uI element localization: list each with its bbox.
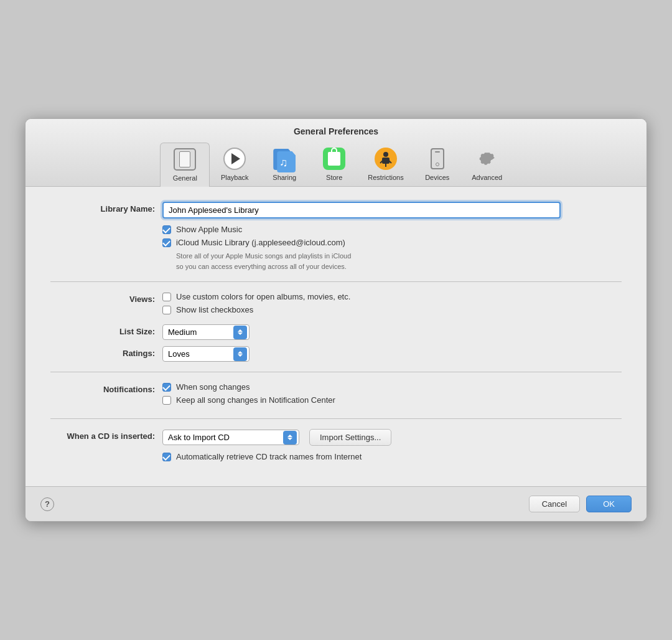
tab-devices[interactable]: Devices: [413, 143, 462, 186]
show-apple-music-label: Show Apple Music: [176, 225, 242, 234]
sharing-icon: ♫: [272, 146, 297, 171]
footer: ? Cancel OK: [26, 486, 646, 521]
divider-2: [50, 372, 622, 372]
tab-general[interactable]: General: [160, 143, 210, 187]
content-area: Library Name: Show Apple Music iCloud Mu…: [26, 187, 646, 486]
auto-retrieve-row: Automatically retrieve CD track names fr…: [162, 452, 622, 461]
tab-restrictions[interactable]: Restrictions: [359, 143, 412, 186]
icloud-description: Store all of your Apple Music songs and …: [176, 251, 622, 271]
auto-retrieve-checkbox[interactable]: [162, 453, 171, 461]
window-title: General Preferences: [26, 126, 646, 136]
when-song-changes-label: When song changes: [176, 382, 250, 392]
when-song-changes-row: When song changes: [162, 382, 622, 392]
devices-icon: [425, 146, 450, 171]
cd-inserted-label: When a CD is inserted:: [50, 429, 162, 441]
preferences-window: General Preferences General Playback: [25, 118, 647, 522]
icloud-music-label: iCloud Music Library (j.appleseed@icloud…: [176, 238, 345, 247]
tab-sharing[interactable]: ♫ Sharing: [259, 143, 309, 186]
keep-song-changes-label: Keep all song changes in Notification Ce…: [176, 395, 335, 405]
help-button[interactable]: ?: [40, 497, 54, 511]
custom-colors-checkbox[interactable]: [162, 293, 171, 301]
svg-point-1: [383, 152, 388, 157]
list-size-select-wrapper: Small Medium Large: [162, 324, 250, 340]
show-list-checkboxes-row: Show list checkboxes: [162, 305, 622, 314]
when-song-changes-checkbox[interactable]: [162, 383, 171, 392]
footer-left: ?: [40, 497, 54, 511]
cd-inserted-select[interactable]: Ask to Import CD Import CD Import CD and…: [162, 430, 299, 445]
list-size-select[interactable]: Small Medium Large: [162, 324, 250, 340]
playback-icon: [222, 146, 247, 171]
custom-colors-label: Use custom colors for open albums, movie…: [176, 292, 350, 301]
ratings-row: Ratings: Stars Loves: [50, 346, 622, 362]
tab-store[interactable]: Store: [309, 143, 359, 186]
library-name-controls: [162, 202, 622, 219]
custom-colors-row: Use custom colors for open albums, movie…: [162, 292, 622, 301]
show-list-checkboxes-label: Show list checkboxes: [176, 305, 253, 314]
divider-3: [50, 418, 622, 419]
views-label: Views:: [50, 292, 162, 304]
advanced-icon: [475, 146, 500, 171]
icloud-music-checkbox[interactable]: [162, 238, 171, 247]
list-size-label: List Size:: [50, 324, 162, 336]
general-icon: [172, 147, 197, 172]
ratings-select-wrapper: Stars Loves: [162, 346, 250, 362]
ratings-select[interactable]: Stars Loves: [162, 346, 250, 362]
tab-advanced[interactable]: Advanced: [462, 143, 512, 186]
list-size-row: List Size: Small Medium Large: [50, 324, 622, 340]
toolbar: General Playback: [26, 143, 646, 186]
keep-song-changes-checkbox[interactable]: [162, 396, 171, 405]
show-list-checkboxes-checkbox[interactable]: [162, 306, 171, 314]
views-row: Views: Use custom colors for open albums…: [50, 292, 622, 318]
library-name-row: Library Name:: [50, 202, 622, 219]
show-apple-music-checkbox[interactable]: [162, 225, 171, 234]
svg-rect-2: [382, 158, 390, 164]
auto-retrieve-label: Automatically retrieve CD track names fr…: [176, 452, 362, 461]
title-bar: General Preferences General Playback: [26, 119, 646, 187]
ok-button[interactable]: OK: [586, 496, 632, 512]
notifications-row: Notifications: When song changes Keep al…: [50, 382, 622, 408]
cancel-button[interactable]: Cancel: [529, 496, 580, 512]
library-name-label: Library Name:: [50, 202, 162, 214]
notifications-label: Notifications:: [50, 382, 162, 394]
ratings-label: Ratings:: [50, 346, 162, 358]
cd-controls-row: Ask to Import CD Import CD Import CD and…: [162, 429, 622, 446]
svg-text:♫: ♫: [279, 156, 288, 169]
divider-1: [50, 281, 622, 282]
tab-playback[interactable]: Playback: [210, 143, 259, 186]
store-icon: [322, 146, 347, 171]
keep-song-changes-row: Keep all song changes in Notification Ce…: [162, 395, 622, 405]
icloud-music-row: iCloud Music Library (j.appleseed@icloud…: [162, 238, 622, 247]
cd-select-wrapper: Ask to Import CD Import CD Import CD and…: [162, 430, 299, 445]
library-name-input[interactable]: [162, 202, 561, 219]
cd-inserted-row: When a CD is inserted: Ask to Import CD …: [50, 429, 622, 465]
apple-music-row: Show Apple Music iCloud Music Library (j…: [50, 225, 622, 271]
restrictions-icon: [373, 146, 398, 171]
show-apple-music-row: Show Apple Music: [162, 225, 622, 234]
import-settings-button[interactable]: Import Settings...: [309, 429, 391, 446]
